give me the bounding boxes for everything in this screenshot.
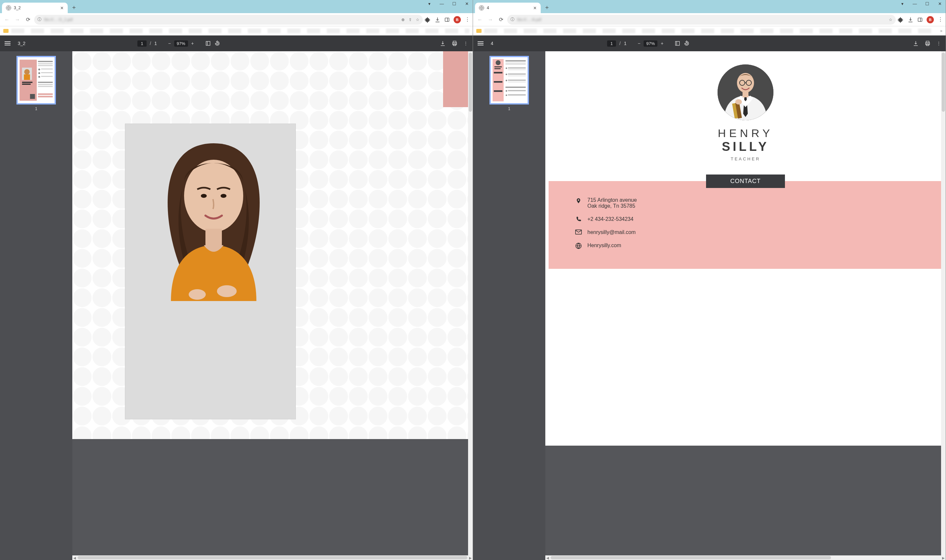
profile-avatar[interactable]: B [454, 16, 461, 23]
fit-page-icon[interactable] [674, 40, 680, 46]
back-button[interactable]: ← [3, 15, 11, 24]
rotate-icon[interactable] [684, 40, 690, 46]
svg-rect-59 [508, 82, 526, 83]
zoom-out-button[interactable]: − [168, 41, 171, 46]
svg-rect-1 [445, 18, 449, 22]
pdf-menu-icon[interactable] [5, 42, 11, 45]
pdf-menu-icon[interactable] [478, 42, 483, 45]
download-pdf-icon[interactable] [440, 40, 446, 46]
close-tab-icon[interactable]: ✕ [533, 6, 537, 11]
svg-point-18 [38, 72, 40, 74]
profile-avatar[interactable]: B [927, 16, 934, 23]
pdf-filename: 3_2 [18, 41, 25, 46]
pdf-more-icon[interactable]: ⋮ [463, 41, 468, 46]
svg-point-29 [201, 194, 207, 198]
close-window-button[interactable]: ✕ [936, 1, 944, 6]
window-controls: ▾ — ☐ ✕ [898, 1, 944, 6]
zoom-level[interactable]: 97% [644, 40, 657, 47]
svg-rect-47 [494, 90, 502, 92]
svg-rect-44 [494, 68, 501, 69]
svg-point-20 [38, 76, 40, 78]
address-bar[interactable]: ⓘ file:///… /4.pdf ☆ [507, 15, 896, 25]
share-icon[interactable]: ⇪ [409, 17, 412, 22]
svg-rect-50 [506, 64, 526, 65]
print-icon[interactable] [452, 40, 458, 46]
print-icon[interactable] [924, 40, 931, 46]
downloads-icon[interactable] [435, 17, 440, 23]
download-pdf-icon[interactable] [913, 40, 919, 46]
rotate-icon[interactable] [214, 40, 220, 46]
caption-dropdown-icon[interactable]: ▾ [425, 1, 433, 6]
pdf-page-area[interactable]: HENRY SILLY TEACHER CONTACT 715 Arlingto… [545, 51, 946, 560]
new-tab-button[interactable]: ＋ [71, 3, 77, 11]
extensions-puzzle-icon[interactable] [425, 17, 431, 23]
chrome-menu-icon[interactable]: ⋮ [465, 17, 470, 23]
maximize-button[interactable]: ☐ [450, 1, 458, 6]
website-value: Henrysilly.com [588, 243, 621, 248]
pdf-more-icon[interactable]: ⋮ [937, 41, 941, 46]
svg-rect-52 [508, 68, 526, 69]
sidepanel-icon[interactable] [445, 17, 450, 22]
contact-section: CONTACT 715 Arlington avenue Oak ridge, … [545, 174, 946, 269]
sidepanel-icon[interactable] [917, 17, 923, 22]
email-value: henrysilly@mail.com [588, 229, 636, 235]
close-window-button[interactable]: ✕ [463, 1, 471, 6]
svg-rect-10 [24, 74, 30, 80]
thumbnail-number: 1 [3, 106, 69, 111]
caption-dropdown-icon[interactable]: ▾ [898, 1, 906, 6]
back-button[interactable]: ← [475, 15, 484, 24]
zoom-icon[interactable]: ⊕ [401, 17, 405, 22]
phone-value: +2 434-232-534234 [588, 216, 634, 222]
bookmark-star-icon[interactable]: ☆ [889, 17, 892, 22]
bookmark-overflow-icon[interactable]: » [940, 29, 942, 33]
new-tab-button[interactable]: ＋ [544, 3, 550, 11]
maximize-button[interactable]: ☐ [923, 1, 931, 6]
svg-rect-64 [508, 94, 526, 95]
horizontal-scrollbar[interactable]: ◂ ▸ [545, 555, 946, 560]
svg-rect-22 [38, 82, 53, 83]
fit-page-icon[interactable] [205, 40, 211, 46]
tab-active[interactable]: 4 ✕ [475, 3, 541, 13]
site-info-icon[interactable]: ⓘ [511, 17, 514, 22]
bookmarks-blurred [484, 29, 937, 33]
svg-point-16 [38, 69, 40, 71]
tab-strip: 3_2 ✕ ＋ ▾ — ☐ ✕ [0, 0, 473, 13]
vertical-scrollbar[interactable] [468, 51, 473, 555]
horizontal-scrollbar[interactable]: ◂ ▸ [72, 555, 473, 560]
pdf-page-area[interactable]: ◂ ▸ [72, 51, 473, 560]
reload-button[interactable]: ⟳ [24, 15, 32, 24]
zoom-in-button[interactable]: + [191, 41, 194, 46]
resume-last-name: SILLY [545, 140, 946, 154]
svg-rect-2 [206, 42, 210, 45]
close-tab-icon[interactable]: ✕ [60, 6, 64, 11]
vertical-scrollbar[interactable] [941, 51, 946, 555]
site-info-icon[interactable]: ⓘ [37, 17, 42, 22]
extensions-puzzle-icon[interactable] [898, 17, 904, 23]
downloads-icon[interactable] [908, 17, 914, 23]
zoom-level[interactable]: 97% [174, 40, 188, 47]
chrome-menu-icon[interactable]: ⋮ [938, 17, 943, 23]
page-thumbnail[interactable] [17, 56, 56, 105]
svg-rect-46 [494, 81, 502, 83]
minimize-button[interactable]: — [438, 1, 446, 6]
page-thumbnail[interactable] [489, 56, 529, 105]
zoom-in-button[interactable]: + [661, 41, 663, 46]
pdf-viewport: 1 [473, 51, 946, 560]
svg-rect-15 [38, 65, 53, 66]
forward-button[interactable]: → [13, 15, 22, 24]
tab-active[interactable]: 3_2 ✕ [2, 3, 68, 13]
pdf-toolbar: 4 1 / 1 − 97% + ⋮ [473, 35, 946, 51]
bookmark-folder-icon[interactable] [3, 29, 9, 33]
zoom-out-button[interactable]: − [638, 41, 640, 46]
page-number-input[interactable]: 1 [607, 40, 616, 47]
svg-rect-55 [508, 73, 526, 75]
svg-rect-19 [41, 72, 52, 73]
page-number-input[interactable]: 1 [137, 40, 146, 47]
bookmark-star-icon[interactable]: ☆ [416, 17, 420, 22]
reload-button[interactable]: ⟳ [497, 15, 505, 24]
svg-rect-14 [38, 63, 53, 65]
forward-button[interactable]: → [486, 15, 495, 24]
bookmark-folder-icon[interactable] [476, 29, 481, 33]
minimize-button[interactable]: — [911, 1, 919, 6]
address-bar[interactable]: ⓘ file:///… /3_2.pdf ⊕ ⇪ ☆ [34, 15, 423, 25]
